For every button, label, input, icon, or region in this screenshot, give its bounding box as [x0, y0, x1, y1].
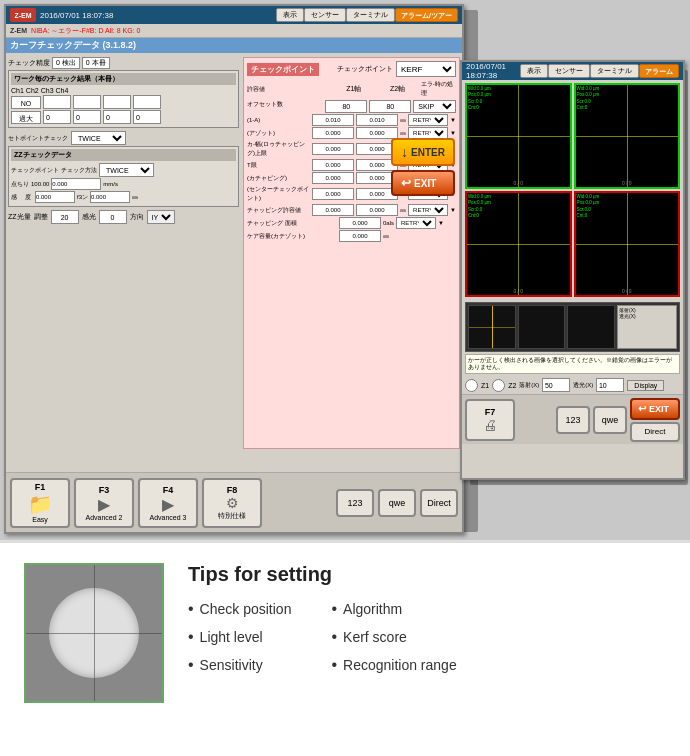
message-area: かーが正しく検出される画像を選択してください。※錯覚の画像はエラーがありません。: [465, 354, 680, 374]
kerf-mode-select[interactable]: KERF: [396, 61, 456, 77]
strip-labels: 落射(X) 透光(X): [617, 305, 677, 349]
image-cell-4[interactable]: Wid:0.0 μm Pos:0.0 μm Scr:0.0 Cnt:0 0 / …: [574, 191, 681, 297]
tol-1a-action[interactable]: RETRY: [408, 114, 448, 126]
tol-center-z1[interactable]: [312, 188, 354, 200]
light-input[interactable]: [51, 210, 79, 224]
screenshot-area: Z-EM 2016/07/01 18:07:38 表示 センサー ターミナル ア…: [0, 0, 690, 540]
ch3-input[interactable]: [103, 95, 131, 109]
sw-sensor-button[interactable]: センサー: [548, 64, 590, 78]
panel-title: カーフチェックデータ (3.1.8.2): [6, 38, 462, 53]
tips-area: Tips for setting • Check position • Ligh…: [0, 540, 690, 756]
strip-cell-3: [567, 305, 615, 349]
second-window: 2016/07/01 18:07:38 表示 センサー ターミナル アラーム W…: [460, 60, 685, 480]
over-ch2-input[interactable]: [73, 110, 101, 124]
tips-item-kerf-score: • Kerf score: [331, 628, 456, 646]
check-method-combo[interactable]: TWICE: [71, 131, 126, 145]
status-bar: Z-EM NIBA: ～エラー-F#B: D All: 8 KG: 0: [6, 24, 462, 38]
function-key-row: F1 📁 Easy F3 ▶ Advanced 2 F4 ▶ Advanced …: [6, 472, 462, 532]
sw-display-button[interactable]: 表示: [520, 64, 548, 78]
zz-light-row: ZZ光量 調整 感光 方向 IY: [8, 210, 239, 224]
f1-button[interactable]: F1 📁 Easy: [10, 478, 70, 528]
datetime: 2016/07/01 18:07:38: [40, 11, 113, 20]
touka-input[interactable]: [596, 378, 624, 392]
direct-button[interactable]: Direct: [420, 489, 458, 517]
tol-kea-z1[interactable]: [339, 230, 381, 242]
ch1-input[interactable]: [43, 95, 71, 109]
over-ch3-input[interactable]: [103, 110, 131, 124]
terminal-button[interactable]: ターミナル: [346, 8, 395, 22]
f3-button[interactable]: F3 ▶ Advanced 2: [74, 478, 134, 528]
sw-alarm-button[interactable]: アラーム: [639, 64, 679, 78]
sensor-button[interactable]: センサー: [304, 8, 346, 22]
controls-row: Z1 Z2 落射(X) 透光(X) Display: [462, 376, 683, 394]
tips-item-check-position: • Check position: [188, 600, 291, 618]
tol-chap-z2[interactable]: [356, 204, 398, 216]
f4-button[interactable]: F4 ▶ Advanced 3: [138, 478, 198, 528]
point-input[interactable]: [51, 178, 101, 190]
sw-exit-button[interactable]: ↩ EXIT: [630, 398, 680, 420]
f7-button[interactable]: F7 🖨: [465, 399, 515, 441]
enter-button[interactable]: ↓ ENTER: [391, 138, 455, 166]
tol-azot-z1[interactable]: [312, 127, 354, 139]
tips-icon: [24, 563, 164, 703]
tips-item-sensitivity: • Sensitivity: [188, 656, 291, 674]
logo-sm: Z-EM: [10, 27, 27, 34]
z1-offset[interactable]: [325, 100, 367, 113]
rakka-input[interactable]: [542, 378, 570, 392]
tips-col-1: • Check position • Light level • Sensiti…: [188, 600, 291, 674]
image-cell-3[interactable]: Wid:0.0 μm Pos:0.0 μm Scr:0.0 Cnt:0 0 / …: [465, 191, 572, 297]
tol-cha-z1[interactable]: [312, 172, 354, 184]
num-keyboard-button[interactable]: 123: [336, 489, 374, 517]
display-button[interactable]: 表示: [276, 8, 304, 22]
ch2-input[interactable]: [73, 95, 101, 109]
tol-chap-z1[interactable]: [312, 204, 354, 216]
check-panel-title: チェックポイント: [247, 63, 319, 76]
main-window: Z-EM 2016/07/01 18:07:38 表示 センサー ターミナル ア…: [4, 4, 464, 534]
z2-offset[interactable]: [369, 100, 411, 113]
check-point-combo[interactable]: TWICE: [99, 163, 154, 177]
check-panel: チェックポイント チェックポイント KERF 許容値 Z1軸 Z2軸: [243, 57, 460, 449]
ch4-input[interactable]: [133, 95, 161, 109]
z1-radio[interactable]: [465, 379, 478, 392]
main-title-bar: Z-EM 2016/07/01 18:07:38 表示 センサー ターミナル ア…: [6, 6, 462, 24]
tol-1a-z2[interactable]: [356, 114, 398, 126]
direction-select[interactable]: IY: [147, 210, 175, 224]
f8-button[interactable]: F8 ⚙ 特別仕様: [202, 478, 262, 528]
logo: Z-EM: [10, 8, 36, 22]
sensitivity-input2[interactable]: [90, 191, 130, 203]
tips-col-2: • Algorithm • Kerf score • Recognition r…: [331, 600, 456, 674]
tol-t-z1[interactable]: [312, 159, 354, 171]
sensitivity-main-input[interactable]: [99, 210, 127, 224]
tol-1a-z1[interactable]: [312, 114, 354, 126]
hline: [26, 633, 162, 634]
image-cell-2[interactable]: Wid:0.0 μm Pos:0.0 μm Scr:0.0 Cnt:0 0 / …: [574, 83, 681, 189]
image-cell-1[interactable]: Wid:0.0 μm Pos:0.0 μm Scr:0.0 Cnt:0 0 / …: [465, 83, 572, 189]
sw-direct-button[interactable]: Direct: [630, 422, 680, 442]
exit-button[interactable]: ↩ EXIT: [391, 170, 455, 196]
tol-upper-z1[interactable]: [312, 143, 354, 155]
sw-num-button[interactable]: 123: [556, 406, 590, 434]
tips-item-recognition-range: • Recognition range: [331, 656, 456, 674]
display-btn[interactable]: Display: [627, 380, 664, 391]
sw-terminal-button[interactable]: ターミナル: [590, 64, 639, 78]
skip-select[interactable]: SKIP: [413, 100, 456, 113]
tips-title: Tips for setting: [188, 563, 666, 586]
over-ch1-input[interactable]: [43, 110, 71, 124]
sw-qwe-button[interactable]: qwe: [593, 406, 627, 434]
strip-cell-1: [468, 305, 516, 349]
setpoint-row: セトポイントチェック TWICE: [8, 131, 239, 145]
alarm-button[interactable]: アラーム/ツアー: [395, 8, 458, 22]
z2-radio[interactable]: [492, 379, 505, 392]
tol-chap-action[interactable]: RETRY: [408, 204, 448, 216]
zz-check-section: ZZチェックデータ チェックポイント チェック方法 TWICE 点ちり 100.…: [8, 146, 239, 207]
strip-cell-2: [518, 305, 566, 349]
tips-columns: • Check position • Light level • Sensiti…: [188, 600, 666, 674]
tol-area-z1[interactable]: [339, 217, 381, 229]
tips-text-area: Tips for setting • Check position • Ligh…: [188, 563, 666, 674]
tips-item-light-level: • Light level: [188, 628, 291, 646]
sensitivity-input1[interactable]: [35, 191, 75, 203]
over-ch4-input[interactable]: [133, 110, 161, 124]
qwe-keyboard-button[interactable]: qwe: [378, 489, 416, 517]
tips-item-algorithm: • Algorithm: [331, 600, 456, 618]
tol-area-action[interactable]: RETRY: [396, 217, 436, 229]
